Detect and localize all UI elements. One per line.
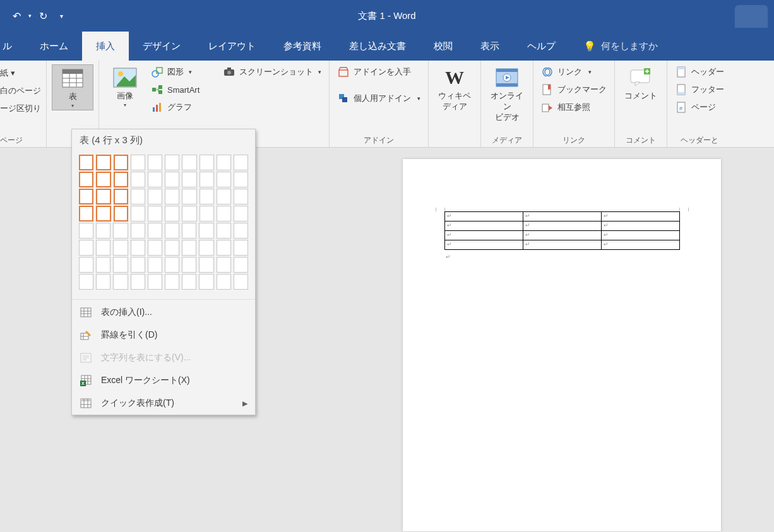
grid-cell[interactable] — [199, 155, 214, 170]
grid-cell[interactable] — [96, 206, 110, 222]
grid-cell[interactable] — [165, 189, 179, 204]
document-table[interactable]: ↵↵↵ ↵↵↵ ↵↵↵ ↵↵↵ — [444, 211, 680, 250]
grid-cell[interactable] — [234, 240, 248, 256]
grid-cell[interactable] — [199, 257, 213, 273]
grid-cell[interactable] — [79, 189, 93, 204]
grid-cell[interactable] — [114, 155, 128, 170]
table-cell[interactable]: ↵ — [445, 222, 523, 231]
table-cell[interactable]: ↵ — [602, 222, 680, 231]
tab-insert[interactable]: 挿入 — [82, 32, 129, 61]
cover-page-partial[interactable]: 紙 ▾ — [0, 66, 41, 81]
online-video-button[interactable]: オンライン ビデオ — [486, 64, 528, 124]
grid-cell[interactable] — [234, 172, 248, 187]
grid-cell[interactable] — [148, 155, 162, 170]
grid-cell[interactable] — [113, 223, 128, 239]
grid-cell[interactable] — [113, 257, 128, 273]
insert-table-menuitem[interactable]: 表の挿入(I)... — [72, 301, 255, 324]
tab-design[interactable]: デザイン — [129, 32, 194, 61]
header-button[interactable]: ヘッダー — [672, 64, 727, 80]
grid-cell[interactable] — [79, 155, 93, 170]
table-cell[interactable]: ↵ — [523, 240, 602, 250]
grid-cell[interactable] — [96, 155, 110, 170]
grid-cell[interactable] — [148, 274, 162, 290]
grid-cell[interactable] — [131, 172, 145, 187]
grid-cell[interactable] — [96, 274, 110, 290]
table-cell[interactable]: ↵ — [445, 231, 523, 240]
grid-cell[interactable] — [131, 189, 145, 204]
grid-cell[interactable] — [131, 155, 145, 170]
grid-cell[interactable] — [217, 223, 231, 239]
grid-cell[interactable] — [182, 189, 196, 204]
smartart-button[interactable]: SmartArt — [148, 82, 218, 97]
grid-cell[interactable] — [165, 240, 179, 256]
grid-cell[interactable] — [96, 257, 110, 273]
page-break-partial[interactable]: ージ区切り — [0, 101, 41, 116]
grid-cell[interactable] — [217, 206, 231, 222]
link-button[interactable]: リンク▾ — [539, 64, 609, 80]
grid-cell[interactable] — [148, 206, 162, 222]
grid-cell[interactable] — [131, 223, 145, 239]
tab-file-partial[interactable]: ル — [0, 32, 26, 61]
bookmark-button[interactable]: ブックマーク — [539, 82, 609, 97]
grid-cell[interactable] — [199, 223, 213, 239]
grid-cell[interactable] — [182, 274, 196, 290]
grid-cell[interactable] — [182, 240, 196, 256]
excel-worksheet-menuitem[interactable]: X Excel ワークシート(X) — [72, 369, 255, 392]
grid-cell[interactable] — [96, 223, 110, 239]
grid-cell[interactable] — [113, 240, 128, 256]
grid-cell[interactable] — [234, 189, 248, 204]
grid-cell[interactable] — [96, 189, 110, 204]
footer-button[interactable]: フッター — [672, 82, 727, 97]
tab-mailings[interactable]: 差し込み文書 — [335, 32, 420, 61]
grid-cell[interactable] — [234, 257, 248, 273]
grid-cell[interactable] — [217, 172, 231, 187]
tab-layout[interactable]: レイアウト — [194, 32, 270, 61]
tab-help[interactable]: ヘルプ — [513, 32, 569, 61]
draw-table-menuitem[interactable]: 罫線を引く(D) — [72, 324, 255, 346]
grid-cell[interactable] — [148, 172, 162, 187]
redo-button[interactable]: ↻ — [39, 10, 47, 22]
pictures-button[interactable]: 画像 ▾ — [104, 64, 146, 109]
grid-cell[interactable] — [131, 274, 145, 290]
blank-page-partial[interactable]: 白のページ — [0, 83, 41, 98]
table-cell[interactable]: ↵ — [523, 222, 602, 231]
grid-cell[interactable] — [182, 257, 196, 273]
grid-cell[interactable] — [114, 206, 128, 222]
document-page[interactable]: ↵↵↵ ↵↵↵ ↵↵↵ ↵↵↵ ↵ — [403, 159, 721, 531]
undo-button[interactable]: ↶ — [13, 10, 21, 22]
grid-cell[interactable] — [148, 257, 162, 273]
grid-cell[interactable] — [234, 274, 248, 290]
table-cell[interactable]: ↵ — [523, 212, 602, 222]
grid-cell[interactable] — [79, 206, 93, 222]
grid-cell[interactable] — [131, 257, 145, 273]
grid-cell[interactable] — [113, 274, 128, 290]
grid-cell[interactable] — [148, 240, 162, 256]
table-cell[interactable]: ↵ — [445, 240, 523, 250]
grid-cell[interactable] — [114, 172, 128, 187]
user-avatar[interactable] — [735, 5, 768, 28]
grid-cell[interactable] — [96, 240, 110, 256]
grid-cell[interactable] — [165, 257, 179, 273]
grid-cell[interactable] — [217, 240, 231, 256]
table-grid-picker[interactable] — [72, 151, 255, 298]
grid-cell[interactable] — [199, 206, 214, 222]
get-addins-button[interactable]: アドインを入手 — [335, 64, 423, 80]
table-cell[interactable]: ↵ — [602, 212, 680, 222]
grid-cell[interactable] — [182, 223, 196, 239]
quick-tables-menuitem[interactable]: クイック表作成(T) ▶ — [72, 392, 255, 415]
table-cell[interactable]: ↵ — [602, 240, 680, 250]
grid-cell[interactable] — [182, 155, 196, 170]
shapes-button[interactable]: 図形▾ — [148, 64, 218, 80]
grid-cell[interactable] — [165, 223, 179, 239]
grid-cell[interactable] — [217, 155, 231, 170]
grid-cell[interactable] — [148, 189, 162, 204]
grid-cell[interactable] — [148, 223, 162, 239]
page-number-button[interactable]: # ページ — [672, 100, 727, 115]
tab-review[interactable]: 校閲 — [420, 32, 467, 61]
my-addins-button[interactable]: 個人用アドイン▾ — [335, 91, 423, 106]
grid-cell[interactable] — [114, 189, 128, 204]
qat-customize[interactable]: ▾ — [60, 13, 63, 20]
grid-cell[interactable] — [165, 155, 179, 170]
tab-references[interactable]: 参考資料 — [270, 32, 335, 61]
grid-cell[interactable] — [79, 240, 93, 256]
